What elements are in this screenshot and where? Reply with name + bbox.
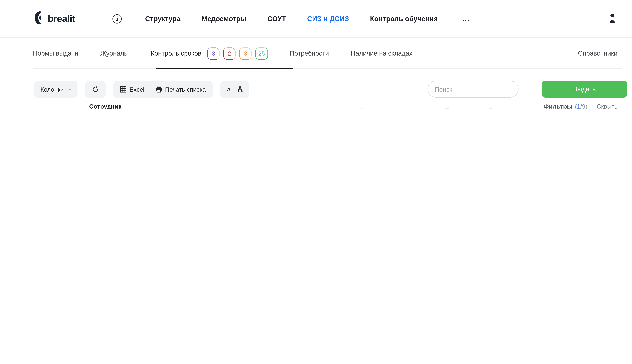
tab-journals[interactable]: Журналы [100,50,129,57]
font-large-button[interactable]: A [237,85,243,94]
brand-name: brealit [48,13,75,24]
refresh-button[interactable] [85,81,106,98]
columns-button[interactable]: Колонки ▾ [34,81,78,98]
columns-button-label: Колонки [41,86,64,93]
nav-item-sout[interactable]: СОУТ [268,15,286,23]
filters-count: (1/9) [575,103,587,109]
nav-more-icon[interactable]: ... [462,14,470,23]
app-window: brealit i Структура Медосмотры СОУТ СИЗ … [0,0,632,109]
badge-green: 25 [255,47,268,60]
hide-filters-link[interactable]: Скрыть [597,103,617,109]
tab-needs[interactable]: Потребности [290,50,329,57]
filters-header: Фильтры (1/9) Скрыть [543,102,617,109]
main-menu: Структура Медосмотры СОУТ СИЗ и ДСИЗ Кон… [145,14,470,23]
print-button-label: Печать списка [165,86,206,93]
col-header-group[interactable]: Группа [177,101,308,109]
printer-icon [155,86,162,92]
col-header-due-label: Выдать до [484,107,517,109]
filters-header-divider [591,106,593,106]
nav-item-siz-active[interactable]: СИЗ и ДСИЗ [307,15,349,23]
user-account-icon[interactable] [608,13,617,24]
nav-item-structure[interactable]: Структура [145,15,180,23]
tab-references[interactable]: Справочники [578,50,617,57]
filters-count-active: 1 [577,103,580,109]
tab-deadline-control[interactable]: Контроль сроков 3 2 3 25 [151,47,268,60]
font-size-toggle[interactable]: A A [220,81,249,98]
issue-button[interactable]: Выдать [542,81,627,98]
excel-icon [120,86,127,92]
print-list-button[interactable]: Печать списка [155,86,206,93]
nav-item-training[interactable]: Контроль обучения [370,15,438,23]
col-header-qty[interactable]: Кол во [352,101,377,109]
deadline-control-table: Сотрудник ФИО Подразделение Должность Гр… [34,101,519,109]
font-small-button[interactable]: A [227,86,231,92]
col-header-last-issue[interactable]: Последня выдача [436,101,483,109]
top-navbar: brealit i Структура Медосмотры СОУТ СИЗ … [0,0,632,38]
badge-orange: 3 [239,47,252,60]
filters-panel: Фильтры (1/9) Скрыть Сбросить все фильтр… [543,102,617,109]
col-header-type[interactable]: Тип [308,101,353,109]
tabs-divider [33,68,622,69]
col-header-qty-label: Кол во [356,107,374,109]
section-tabs: Нормы выдачи Журналы Контроль сроков 3 2… [0,38,632,69]
excel-export-button[interactable]: Excel [120,86,144,93]
table-toolbar: Колонки ▾ Excel Печать списка A A Выдать [34,81,627,98]
filters-title: Фильтры [543,102,572,109]
chevron-down-icon: ▾ [69,87,71,92]
deadline-badges: 3 2 3 25 [207,47,268,60]
employee-group-title: Сотрудник [34,101,177,109]
brealit-logo-icon [34,11,44,26]
employee-header-group: Сотрудник ФИО Подразделение Должность [34,101,177,109]
filters-count-paren: ( [575,103,577,109]
tab-issue-norms[interactable]: Нормы выдачи [33,50,78,57]
active-tab-underline [156,68,293,69]
refresh-icon [92,86,99,93]
filters-count-total: /9) [580,103,587,109]
col-header-extra-sort[interactable] [417,101,436,109]
info-icon[interactable]: i [112,14,121,23]
col-header-due[interactable]: Выдать до [483,101,519,109]
badge-red: 2 [223,47,236,60]
col-header-last-label: Последня выдача [443,107,476,109]
search-input[interactable] [428,81,519,98]
excel-button-label: Excel [129,86,144,93]
table-header: Сотрудник ФИО Подразделение Должность Гр… [34,101,519,109]
tab-warehouse-stock[interactable]: Наличие на складах [351,50,412,57]
tab-deadline-control-label: Контроль сроков [151,50,201,57]
badge-purple: 3 [207,47,220,60]
brand-logo[interactable]: brealit [34,11,75,26]
col-header-period[interactable]: Период [377,101,417,109]
nav-item-medexams[interactable]: Медосмотры [201,15,246,23]
export-print-group: Excel Печать списка [113,81,213,98]
